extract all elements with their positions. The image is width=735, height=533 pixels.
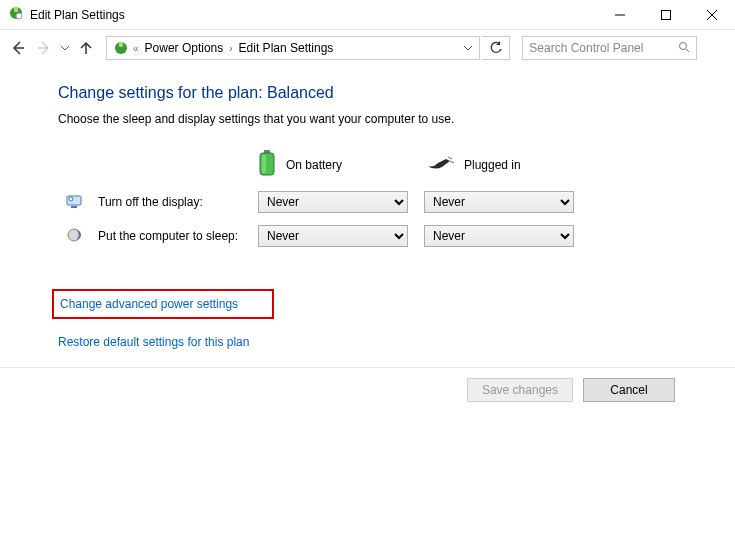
page-heading: Change settings for the plan: Balanced	[58, 84, 650, 102]
svg-rect-4	[662, 10, 671, 19]
up-button[interactable]	[74, 36, 98, 60]
breadcrumb-item-edit-plan[interactable]: Edit Plan Settings	[235, 37, 338, 59]
search-icon	[678, 41, 690, 56]
breadcrumb-item-power-options[interactable]: Power Options	[141, 37, 228, 59]
sleep-plugged-select[interactable]: Never	[424, 225, 574, 247]
svg-line-18	[450, 161, 454, 163]
display-battery-select[interactable]: Never	[258, 191, 408, 213]
save-button: Save changes	[467, 378, 573, 402]
breadcrumb[interactable]: « Power Options › Edit Plan Settings	[106, 36, 480, 60]
row-display-label: Turn off the display:	[90, 185, 250, 219]
settings-table: On battery Plugged in	[58, 144, 582, 253]
display-plugged-select[interactable]: Never	[424, 191, 574, 213]
row-sleep-label: Put the computer to sleep:	[90, 219, 250, 253]
nav-row: « Power Options › Edit Plan Settings Sea…	[0, 30, 735, 66]
row-sleep: Put the computer to sleep: Never Never	[58, 219, 582, 253]
window-title: Edit Plan Settings	[30, 8, 125, 22]
column-plugged-label: Plugged in	[464, 158, 521, 172]
svg-point-21	[69, 197, 73, 201]
location-icon	[111, 40, 131, 56]
page-description: Choose the sleep and display settings th…	[58, 112, 650, 126]
row-display: Turn off the display: Never Never	[58, 185, 582, 219]
forward-button	[32, 36, 56, 60]
svg-line-17	[448, 157, 452, 159]
link-advanced-settings[interactable]: Change advanced power settings	[52, 289, 274, 319]
app-icon	[8, 5, 24, 24]
svg-point-2	[16, 13, 22, 19]
breadcrumb-dropdown[interactable]	[457, 37, 479, 59]
recent-dropdown[interactable]	[58, 36, 72, 60]
header-row: On battery Plugged in	[58, 144, 582, 185]
search-input[interactable]: Search Control Panel	[522, 36, 697, 60]
display-icon	[66, 198, 82, 212]
svg-point-12	[680, 42, 687, 49]
minimize-button[interactable]	[597, 0, 643, 30]
titlebar: Edit Plan Settings	[0, 0, 735, 30]
close-button[interactable]	[689, 0, 735, 30]
link-restore-defaults[interactable]: Restore default settings for this plan	[58, 335, 249, 349]
svg-line-13	[686, 49, 689, 52]
content: Change settings for the plan: Balanced C…	[0, 66, 650, 402]
maximize-button[interactable]	[643, 0, 689, 30]
svg-rect-16	[262, 155, 266, 173]
sleep-icon	[66, 232, 82, 246]
button-row: Save changes Cancel	[0, 368, 735, 402]
cancel-button[interactable]: Cancel	[583, 378, 675, 402]
chevron-right-icon: ›	[227, 43, 234, 54]
plug-icon	[424, 155, 454, 174]
chevron-icon[interactable]: «	[131, 43, 141, 54]
refresh-button[interactable]	[482, 36, 510, 60]
svg-rect-20	[71, 206, 77, 208]
sleep-battery-select[interactable]: Never	[258, 225, 408, 247]
column-battery-label: On battery	[286, 158, 342, 172]
back-button[interactable]	[6, 36, 30, 60]
svg-rect-11	[119, 42, 123, 47]
search-placeholder: Search Control Panel	[529, 41, 643, 55]
battery-icon	[258, 150, 276, 179]
svg-rect-1	[14, 7, 18, 12]
